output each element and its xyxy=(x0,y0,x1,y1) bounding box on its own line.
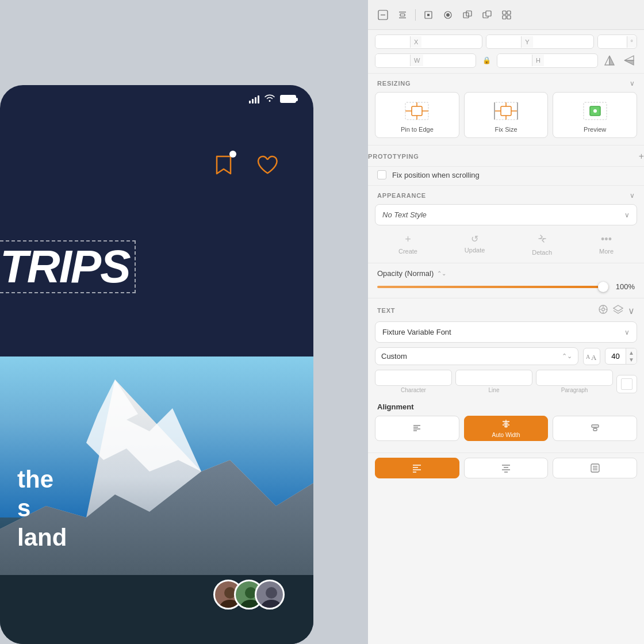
phone-mockup: TRIPS xyxy=(0,85,313,644)
detach-label: Detach xyxy=(532,249,552,256)
prototyping-section[interactable]: PROTOTYPING + xyxy=(368,145,644,167)
svg-rect-27 xyxy=(507,16,511,19)
toolbar-icon-grid[interactable] xyxy=(499,7,515,23)
appearance-title: APPEARANCE xyxy=(377,192,426,199)
svg-marker-31 xyxy=(624,60,634,65)
opacity-label: Opacity (Normal) xyxy=(377,269,434,278)
font-weight-chevron: ⌃⌄ xyxy=(562,352,572,360)
font-weight-text: Custom xyxy=(381,352,407,361)
paragraph-label: Paragraph xyxy=(561,387,588,393)
rotation-input-group[interactable]: 0 ° xyxy=(597,34,637,49)
w-input-group[interactable]: 236 W xyxy=(375,53,476,68)
fix-size-option[interactable]: Fix Size xyxy=(464,92,549,138)
svg-rect-69 xyxy=(592,425,599,427)
h-input-group[interactable]: 40 H xyxy=(497,53,598,68)
align-center-btn[interactable]: Auto Width xyxy=(464,416,549,441)
toolbar-icon-component[interactable] xyxy=(420,7,436,23)
right-panel: 32 X 108 Y 0 ° 236 W 🔒 40 H xyxy=(368,0,644,644)
svg-rect-26 xyxy=(503,16,506,19)
font-size-arrows[interactable]: ▲▼ xyxy=(626,348,637,364)
bottom-align-left-btn[interactable] xyxy=(375,458,459,478)
fix-position-row: Fix position when scrolling xyxy=(368,167,644,186)
toolbar-icon-mask[interactable] xyxy=(440,7,456,23)
font-weight-dropdown[interactable]: Custom ⌃⌄ xyxy=(375,347,578,365)
font-size-aa-icon[interactable]: A A xyxy=(583,348,600,365)
svg-rect-23 xyxy=(486,11,491,16)
resize-options: Pin to Edge Fix Size xyxy=(375,92,637,138)
update-icon: ↺ xyxy=(471,233,478,244)
lock-icon[interactable]: 🔒 xyxy=(480,56,493,64)
color-swatch[interactable] xyxy=(616,375,637,393)
toolbar-icon-align[interactable] xyxy=(375,7,391,23)
align-left-btn[interactable] xyxy=(375,416,459,441)
text-section-header: TEXT ∨ xyxy=(368,298,644,321)
avatars xyxy=(213,580,285,610)
paragraph-input[interactable]: 0 xyxy=(536,370,613,386)
appearance-header[interactable]: APPEARANCE ∨ xyxy=(368,186,644,204)
font-dropdown-chevron: ∨ xyxy=(624,328,630,336)
avatar-3 xyxy=(255,580,285,610)
alignment-section: Alignment Auto Width xyxy=(368,398,644,447)
appearance-chevron: ∨ xyxy=(630,191,635,200)
svg-rect-17 xyxy=(427,14,430,16)
font-name: Fixture Variable Font xyxy=(382,328,451,336)
font-dropdown[interactable]: Fixture Variable Font ∨ xyxy=(375,321,637,343)
pin-to-edge-option[interactable]: Pin to Edge xyxy=(375,92,459,138)
text-layers-icon[interactable] xyxy=(613,304,623,317)
y-input[interactable]: 108 xyxy=(486,35,521,48)
line-label: Line xyxy=(489,387,500,393)
toolbar-divider-1 xyxy=(415,9,416,21)
spacing-row: 1.18 Character 40 Line 0 Paragraph xyxy=(368,370,644,398)
heart-icon xyxy=(256,155,279,178)
trips-text[interactable]: TRIPS xyxy=(0,240,136,293)
status-bar xyxy=(249,93,296,105)
svg-rect-25 xyxy=(507,11,511,14)
text-section: TEXT ∨ Fixture Variable Font ∨ Custom ⌃⌄ xyxy=(368,298,644,453)
align-justify-btn[interactable] xyxy=(553,416,637,441)
fix-position-checkbox[interactable] xyxy=(377,170,386,179)
text-style-dropdown[interactable]: No Text Style ∨ xyxy=(375,204,637,225)
flip-h-icon[interactable] xyxy=(601,52,618,68)
text-settings-icon[interactable] xyxy=(598,304,608,317)
text-collapse-icon[interactable]: ∨ xyxy=(628,305,635,316)
character-spacing-group: 1.18 Character xyxy=(375,370,452,393)
text-style-text: No Text Style xyxy=(382,210,427,219)
bottom-align-justify-btn[interactable] xyxy=(553,458,637,478)
resizing-header[interactable]: RESIZING ∨ xyxy=(368,74,644,92)
resizing-section: Pin to Edge Fix Size xyxy=(368,92,644,145)
text-section-title: TEXT xyxy=(377,307,593,314)
rotation-unit: ° xyxy=(627,36,637,48)
rotation-input[interactable]: 0 xyxy=(598,35,627,48)
h-input[interactable]: 40 xyxy=(497,54,532,67)
prototyping-add-icon[interactable]: + xyxy=(639,151,644,162)
x-input[interactable]: 32 xyxy=(375,35,410,48)
create-action[interactable]: + Create xyxy=(398,233,417,256)
x-input-group[interactable]: 32 X xyxy=(375,34,482,49)
opacity-thumb[interactable] xyxy=(598,282,608,292)
character-input[interactable]: 1.18 xyxy=(375,370,452,386)
mountain-area: the s land xyxy=(0,356,313,644)
detach-icon xyxy=(537,233,547,247)
position-section: 32 X 108 Y 0 ° 236 W 🔒 40 H xyxy=(368,30,644,74)
svg-text:A: A xyxy=(591,353,597,361)
more-action[interactable]: ••• More xyxy=(599,233,614,256)
svg-rect-14 xyxy=(400,14,405,16)
w-input[interactable]: 236 xyxy=(375,54,410,67)
mountain-text: the s land xyxy=(17,465,67,552)
appearance-section: APPEARANCE ∨ No Text Style ∨ + Create ↺ … xyxy=(368,186,644,263)
line-input[interactable]: 40 xyxy=(455,370,532,386)
bottom-align-center-btn[interactable] xyxy=(464,458,549,478)
flip-v-icon[interactable] xyxy=(621,52,637,68)
preview-option[interactable]: Preview xyxy=(553,92,637,138)
svg-marker-57 xyxy=(614,305,623,311)
wifi-icon xyxy=(264,93,275,105)
opacity-slider[interactable] xyxy=(377,286,608,288)
toolbar-icon-subtract[interactable] xyxy=(479,7,495,23)
update-action[interactable]: ↺ Update xyxy=(465,233,485,256)
detach-action[interactable]: Detach xyxy=(532,233,552,256)
font-size-input-group[interactable]: 40 ▲▼ xyxy=(605,348,637,365)
toolbar-icon-distribute[interactable] xyxy=(394,7,411,23)
y-input-group[interactable]: 108 Y xyxy=(486,34,593,49)
text-section-icons: ∨ xyxy=(598,304,635,317)
toolbar-icon-union[interactable] xyxy=(459,7,476,23)
